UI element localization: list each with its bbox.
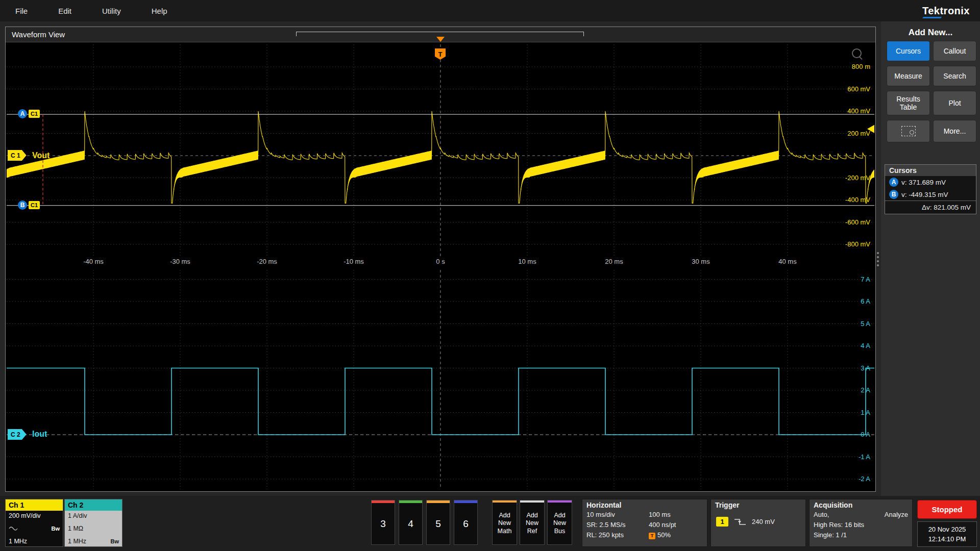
draw-a-box-button[interactable]: [887, 120, 930, 142]
ch1-badge[interactable]: Ch 1 200 mV/div Bw 1 MHz: [5, 499, 63, 547]
menu-edit[interactable]: Edit: [43, 0, 87, 21]
ch1-scale-label: -600 mV: [845, 218, 870, 226]
trigger-position: T50%: [649, 531, 703, 539]
trigger-position-arrow-icon[interactable]: [436, 37, 445, 42]
ch4-button[interactable]: 4: [399, 500, 423, 545]
add-new-button-grid: Cursors Callout Measure Search Results T…: [887, 41, 976, 142]
acquisition-mode: Auto,: [814, 511, 829, 518]
ch1-scale-label: 200 mV: [847, 130, 870, 137]
callout-button[interactable]: Callout: [933, 41, 976, 61]
cursor-a-label[interactable]: A C1: [18, 109, 40, 118]
results-table-button[interactable]: Results Table: [887, 91, 930, 115]
menu-file[interactable]: File: [0, 0, 43, 21]
add-new-math-label: Add New Math: [495, 503, 514, 544]
waveform-view-title: Waveform View: [12, 30, 65, 39]
x-tick-label: 20 ms: [605, 258, 623, 265]
panel-resize-handle[interactable]: [876, 252, 880, 266]
ch2-badge[interactable]: Ch 2 1 A/div 1 MΩ 1 MHz Bw: [64, 499, 122, 547]
search-button[interactable]: Search: [933, 66, 976, 86]
ch1-scale-label: -800 mV: [845, 240, 870, 248]
ch1-scale-label: -200 mV: [845, 174, 870, 182]
plot-button[interactable]: Plot: [933, 91, 976, 115]
bandwidth-icon: Bw: [111, 538, 119, 544]
waveform-plot-area[interactable]: -40 ms-30 ms-20 ms-10 ms0 s10 ms20 ms30 …: [7, 42, 874, 490]
draw-a-box-icon: [901, 126, 916, 136]
time-text: 12:14:10 PM: [928, 535, 966, 543]
x-tick-label: -40 ms: [83, 258, 104, 265]
cursor-b-label[interactable]: B C1: [18, 201, 40, 210]
horizontal-position-bar[interactable]: [296, 32, 584, 36]
ch5-button[interactable]: 5: [426, 500, 450, 545]
zoom-magnifier-icon[interactable]: [852, 48, 862, 58]
x-tick-label: -10 ms: [344, 258, 364, 265]
horizontal-window: 100 ms: [649, 511, 703, 518]
ch1-header[interactable]: Ch 1: [6, 499, 63, 511]
acquisition-analyze: Analyze: [885, 511, 908, 518]
datetime-display[interactable]: 20 Nov 2025 12:14:10 PM: [917, 521, 977, 547]
ch2-scale-label: 5 A: [861, 320, 870, 328]
ch2-trace-label: Iout: [32, 430, 47, 439]
ch2-bandwidth: 1 MHz: [68, 538, 86, 545]
cursor-b-readout-row: B v: -449.315 mV: [885, 188, 976, 201]
cursor-a-badge: A: [889, 178, 898, 187]
ch2-scale: 1 A/div: [68, 512, 87, 519]
trigger-position-icon: T: [649, 533, 655, 539]
x-tick-label: -30 ms: [170, 258, 190, 265]
waveform-view-panel: Waveform View -40 ms-30 ms-20 ms-10 ms0 …: [5, 27, 876, 492]
horizontal-title: Horizontal: [582, 499, 707, 511]
horizontal-panel[interactable]: Horizontal 10 ms/div 100 ms SR: 2.5 MS/s…: [582, 499, 707, 547]
date-text: 20 Nov 2025: [928, 525, 966, 533]
cursor-a-value: v: 371.689 mV: [901, 179, 946, 186]
cursor-b-channel-tag: C1: [29, 201, 40, 209]
cursors-readout-panel: Cursors A v: 371.689 mV B v: -449.315 mV…: [885, 164, 976, 214]
cursor-a-channel-tag: C1: [29, 110, 40, 118]
ch1-scale: 200 mV/div: [9, 512, 41, 519]
ch3-button[interactable]: 3: [371, 500, 395, 545]
ch2-scale-label: 4 A: [861, 342, 870, 349]
cursors-button[interactable]: Cursors: [887, 41, 930, 61]
right-sidebar: Add New... Cursors Callout Measure Searc…: [881, 21, 980, 496]
cursor-delta-value: Δv: 821.005 mV: [885, 201, 976, 214]
trigger-source-badge: 1: [716, 517, 728, 527]
menu-utility[interactable]: Utility: [87, 0, 136, 21]
ch2-header[interactable]: Ch 2: [65, 499, 122, 511]
ch1-scale-label: 400 mV: [847, 107, 870, 115]
trigger-panel[interactable]: Trigger 1 240 mV: [710, 499, 806, 547]
bottom-settings-bar: Ch 1 200 mV/div Bw 1 MHz Ch 2 1 A/div 1 …: [0, 496, 980, 551]
add-new-math-button[interactable]: Add New Math: [492, 500, 517, 545]
add-new-bus-label: Add New Bus: [550, 503, 570, 544]
falling-edge-icon: [733, 517, 747, 527]
cursor-a-badge[interactable]: A: [18, 109, 27, 118]
tektronix-logo: Tektronix: [922, 5, 970, 17]
ch2-scale-label: -1 A: [859, 453, 870, 461]
menu-bar: File Edit Utility Help Tektronix: [0, 0, 980, 21]
ch2-scale-label: 7 A: [861, 276, 870, 283]
trigger-level: 240 mV: [752, 518, 775, 525]
ch1-bandwidth: 1 MHz: [9, 538, 27, 545]
add-new-ref-label: Add New Ref: [523, 503, 542, 544]
cursors-readout-title: Cursors: [885, 165, 976, 176]
record-length: RL: 250 kpts: [586, 531, 649, 539]
sample-rate: SR: 2.5 MS/s: [586, 521, 649, 529]
measure-button[interactable]: Measure: [887, 66, 930, 86]
trigger-title: Trigger: [711, 499, 805, 511]
acquisition-resolution: High Res: 16 bits: [810, 521, 912, 531]
acquisition-panel[interactable]: Acquisition Auto, Analyze High Res: 16 b…: [809, 499, 913, 547]
cursor-b-badge[interactable]: B: [18, 201, 27, 210]
ch3-number: 3: [372, 503, 395, 544]
ch2-impedance: 1 MΩ: [68, 525, 83, 532]
ch1-trace-label: Vout: [32, 151, 50, 160]
bandwidth-icon: Bw: [52, 525, 60, 532]
ch1-scale-label: 800 m: [852, 63, 870, 70]
add-new-bus-button[interactable]: Add New Bus: [547, 500, 572, 545]
more-button[interactable]: More...: [933, 120, 976, 142]
add-new-ref-button[interactable]: Add New Ref: [520, 500, 545, 545]
acquisition-title: Acquisition: [810, 499, 912, 511]
ch6-button[interactable]: 6: [454, 500, 478, 545]
ch5-number: 5: [427, 503, 450, 544]
ch2-scale-label: 6 A: [861, 297, 870, 305]
menu-help[interactable]: Help: [136, 0, 183, 21]
acquisition-single: Single: 1 /1: [810, 531, 912, 541]
x-tick-label: 40 ms: [778, 258, 797, 265]
run-stop-button[interactable]: Stopped: [917, 500, 977, 519]
